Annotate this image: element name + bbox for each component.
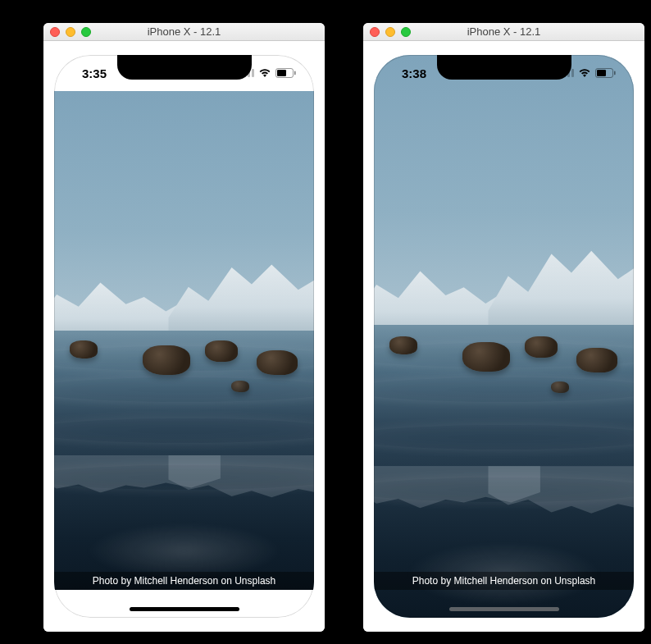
wallpaper-image — [54, 91, 314, 590]
caption-bar: Photo by Mitchell Henderson on Unsplash — [374, 572, 634, 590]
traffic-lights — [50, 27, 91, 37]
phone-screen[interactable]: 3:35 — [54, 55, 314, 618]
simulator-window-left: iPhone X - 12.1 3:35 — [43, 23, 325, 632]
notch — [437, 55, 571, 80]
content-area — [374, 55, 634, 618]
phone-screen[interactable]: 3:38 Photo by Mitchell Henderson on Unsp… — [374, 55, 634, 618]
simulator-window-right: iPhone X - 12.1 3:38 — [363, 23, 644, 632]
caption-text: Photo by Mitchell Henderson on Unsplash — [412, 575, 595, 587]
wifi-icon — [258, 68, 271, 78]
battery-icon — [595, 68, 616, 78]
maximize-icon[interactable] — [81, 27, 91, 37]
window-titlebar[interactable]: iPhone X - 12.1 — [363, 23, 644, 41]
svg-rect-2 — [294, 71, 296, 75]
wallpaper-image — [374, 55, 634, 618]
svg-rect-4 — [597, 70, 606, 76]
home-indicator[interactable] — [130, 607, 239, 611]
simulator-viewport: 3:38 Photo by Mitchell Henderson on Unsp… — [363, 41, 644, 632]
notch — [117, 55, 252, 80]
simulator-viewport: 3:35 — [43, 41, 325, 632]
status-time: 3:35 — [82, 66, 107, 80]
caption-text: Photo by Mitchell Henderson on Unsplash — [93, 575, 275, 587]
wifi-icon — [578, 68, 591, 78]
caption-bar: Photo by Mitchell Henderson on Unsplash — [54, 572, 314, 590]
battery-icon — [275, 68, 296, 78]
close-icon[interactable] — [370, 27, 380, 37]
maximize-icon[interactable] — [401, 27, 411, 37]
status-time: 3:38 — [402, 66, 426, 80]
svg-rect-5 — [614, 71, 616, 75]
svg-rect-1 — [277, 70, 286, 76]
minimize-icon[interactable] — [66, 27, 75, 37]
content-area — [54, 91, 314, 590]
home-indicator[interactable] — [449, 607, 559, 611]
close-icon[interactable] — [50, 27, 60, 37]
minimize-icon[interactable] — [385, 27, 395, 37]
traffic-lights — [370, 27, 411, 37]
window-titlebar[interactable]: iPhone X - 12.1 — [43, 23, 325, 41]
